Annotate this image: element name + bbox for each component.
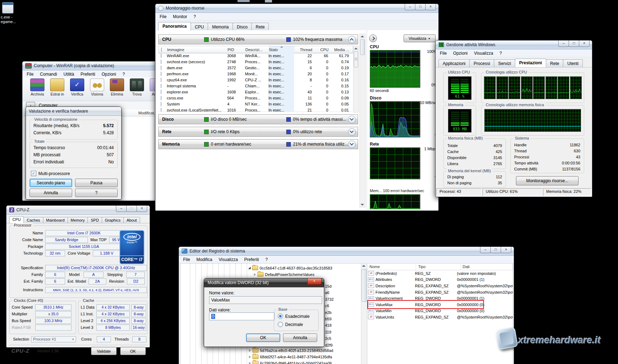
row-checkbox[interactable] xyxy=(161,54,161,58)
row-checkbox[interactable] xyxy=(161,108,161,112)
process-row[interactable]: cpuz64.exe1992CPU-Z ...In esec...800.16 xyxy=(158,77,352,83)
rm-memory-bar[interactable]: Memoria 0 errori hardware/sec 21% di mem… xyxy=(158,139,358,149)
hex-radio[interactable] xyxy=(278,314,283,319)
tab-servizi[interactable]: Servizi xyxy=(494,59,515,67)
expanded-arrow-icon[interactable] xyxy=(248,267,251,269)
select-all-checkbox[interactable] xyxy=(161,48,162,52)
registry-value-row[interactable]: abValueUnitsREG_EXPAND_SZ@%SystemRoot%\s… xyxy=(367,314,513,320)
dword-edit-dialog[interactable]: Modifica valore DWORD (32 bit) × Nome va… xyxy=(204,278,324,347)
expand-button[interactable] xyxy=(348,141,356,148)
tm-titlebar[interactable]: Gestione attività Windows – □ × xyxy=(436,40,592,49)
minimize-icon[interactable]: – xyxy=(116,206,127,212)
cpuz-titlebar[interactable]: Z CPU-Z – □ × xyxy=(6,206,150,214)
tab-about[interactable]: About xyxy=(123,217,140,223)
row-checkbox[interactable] xyxy=(161,66,161,70)
dword-titlebar[interactable]: Modifica valore DWORD (32 bit) × xyxy=(204,278,324,287)
registry-value-row[interactable]: abFriendlyNameREG_EXPAND_SZ@%SystemRoot%… xyxy=(367,289,513,295)
menu-item-file[interactable]: File xyxy=(180,257,193,262)
tab-rete[interactable]: Rete xyxy=(546,59,563,67)
tab-cpu[interactable]: CPU xyxy=(191,23,208,31)
toolbar-verifica-button[interactable]: ✓Verifica xyxy=(68,78,86,96)
tab-mainboard[interactable]: Mainboard xyxy=(43,217,68,223)
maximize-icon[interactable]: □ xyxy=(415,4,426,10)
menu-item--[interactable]: ? xyxy=(119,71,128,77)
desktop-shortcut-label-2[interactable]: egame... xyxy=(1,20,16,24)
multiprocessor-checkbox[interactable]: ✓ xyxy=(31,171,36,176)
process-row[interactable]: explorer.exe1608Esplor...In esec...4300.… xyxy=(158,89,352,95)
cancel-button[interactable]: Annulla xyxy=(283,333,317,342)
row-checkbox[interactable] xyxy=(161,84,161,88)
tab-utenti[interactable]: Utenti xyxy=(563,59,582,67)
toolbar-archivia-button[interactable]: Archivia xyxy=(28,78,47,96)
rm-disk-bar[interactable]: Disco I/O disco 0 MB/sec 0% tempo di att… xyxy=(158,114,358,124)
process-row[interactable]: System4NT Ker...In esec...13600.05 xyxy=(158,101,352,107)
decimal-radio[interactable] xyxy=(278,322,283,327)
menu-item-monitor[interactable]: Monitor xyxy=(170,14,190,20)
process-row[interactable]: dwm.exe1572Gestio...In esec...600.19 xyxy=(158,65,352,71)
winrar-benchmark-dialog[interactable]: Valutazione e verifica hardware Velocità… xyxy=(26,107,122,200)
toolbar-trova-button[interactable]: Trova xyxy=(128,78,146,96)
menu-item--[interactable]: ? xyxy=(191,14,199,20)
tab-memoria[interactable]: Memoria xyxy=(208,23,233,31)
registry-value-row[interactable]: ab(Predefinito)REG_SZ(valore non imposta… xyxy=(367,270,513,277)
process-row[interactable]: perfmon.exe1968Monit...In esec...2000.17 xyxy=(158,71,352,77)
panel-collapse-button[interactable] xyxy=(369,34,377,42)
menu-item-file[interactable]: File xyxy=(157,14,169,20)
close-icon[interactable]: × xyxy=(425,4,436,10)
open-resource-monitor-button[interactable]: Monitoraggio risorse... xyxy=(516,176,579,185)
menu-item-opzioni[interactable]: Opzioni xyxy=(450,50,470,56)
expand-button[interactable] xyxy=(348,128,356,136)
benchmark-titlebar[interactable]: Valutazione e verifica hardware xyxy=(26,107,121,116)
menu-item-comandi[interactable]: Comandi xyxy=(37,71,60,77)
row-checkbox[interactable] xyxy=(161,102,161,106)
tree-item[interactable]: DefaultPowerSchemeValues xyxy=(254,271,314,277)
menu-item-file[interactable]: File xyxy=(24,71,36,77)
close-icon[interactable]: × xyxy=(307,278,321,285)
menu-item-file[interactable]: File xyxy=(437,50,449,56)
registry-value-row[interactable]: 011AttributesREG_DWORD0x00000001 (1) xyxy=(367,277,513,283)
ok-button[interactable]: OK xyxy=(120,347,146,355)
rm-cpu-section-header[interactable]: CPU Utilizzo CPU 66% 102% frequenza mass… xyxy=(158,34,358,44)
collapse-button[interactable] xyxy=(348,36,356,43)
menu-item-visualizza[interactable]: Visualizza xyxy=(471,50,496,56)
tab-prestazioni[interactable]: Prestazioni xyxy=(515,59,546,67)
process-row[interactable]: svchost.exe (secsvcs)2748Proces...In ese… xyxy=(158,59,352,65)
minimize-icon[interactable]: – xyxy=(480,247,491,253)
processor-select[interactable]: Processor #1▼ xyxy=(31,336,76,342)
task-manager-window[interactable]: Gestione attività Windows – □ × FileOpzi… xyxy=(435,40,592,197)
main-scrollbar[interactable] xyxy=(359,34,366,207)
close-icon[interactable]: × xyxy=(137,206,147,212)
resource-monitor-window[interactable]: Monitoraggio risorse – □ × FileMonitor? … xyxy=(155,4,439,211)
row-checkbox[interactable] xyxy=(161,90,161,94)
collapsed-arrow-icon[interactable] xyxy=(254,273,256,276)
process-row[interactable]: WinRAR.exe3068WinRA...In esec...226661.7… xyxy=(158,53,352,59)
menu-item-visualizza[interactable]: Visualizza xyxy=(216,257,241,262)
process-row[interactable]: Interrupt sistema-Chiam...In esec...-00.… xyxy=(158,83,352,89)
close-icon[interactable]: × xyxy=(501,247,511,253)
registry-value-row[interactable]: abDescriptionREG_EXPAND_SZ@%SystemRoot%\… xyxy=(367,283,513,289)
maximize-icon[interactable]: □ xyxy=(490,247,501,253)
tab-processi[interactable]: Processi xyxy=(469,59,494,67)
pause-button[interactable]: Pausa xyxy=(75,179,118,187)
desktop-shortcut-label-1[interactable]: c.exe - xyxy=(1,15,12,19)
menu-item-opzioni[interactable]: Opzioni xyxy=(99,71,119,77)
tree-scrollbar[interactable] xyxy=(361,263,367,364)
minimize-icon[interactable]: – xyxy=(558,40,569,47)
tree-item[interactable]: 5d76a2ca-e8c0-402f-a133-2158492d58ad xyxy=(249,347,333,353)
tab-memory[interactable]: Memory xyxy=(68,217,88,223)
tab-cpu[interactable]: CPU xyxy=(9,216,24,223)
column-modified[interactable]: Modificat... xyxy=(138,111,157,115)
tree-item[interactable]: 6c2993b0-8f48-481f-bcc6-00dd2742aa06 xyxy=(249,360,332,364)
row-checkbox[interactable] xyxy=(161,72,161,76)
row-checkbox[interactable] xyxy=(161,96,161,100)
tree-item[interactable]: 0cc5b647-c1df-4637-891a-dec35c318583 xyxy=(248,265,332,271)
table-scrollbar[interactable] xyxy=(353,46,359,113)
expand-button[interactable] xyxy=(348,116,356,123)
tab-rete[interactable]: Rete xyxy=(251,23,269,31)
collapsed-arrow-icon[interactable] xyxy=(249,355,251,358)
view-dropdown-button[interactable]: Visualizza▼ xyxy=(404,34,436,42)
cancel-button[interactable]: Annulla xyxy=(30,189,72,197)
process-row[interactable]: csrss.exe564Proces...In esec...1100.09 xyxy=(158,95,352,101)
close-icon[interactable]: × xyxy=(579,40,590,47)
menu-item-preferiti[interactable]: Preferiti xyxy=(241,257,262,262)
